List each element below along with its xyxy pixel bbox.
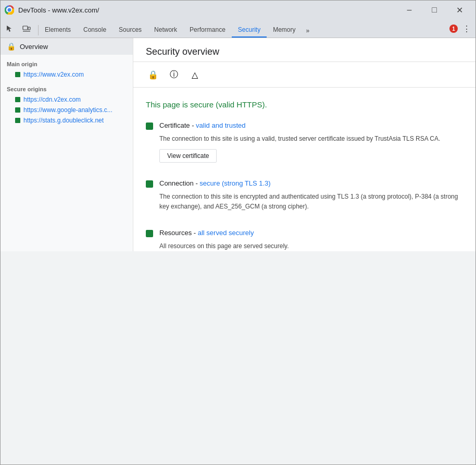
secure-origin-2: https://www.google-analytics.c... xyxy=(23,106,112,114)
certificate-section: Certificate - valid and trusted The conn… xyxy=(146,121,463,163)
tab-overflow[interactable]: » xyxy=(302,24,314,38)
tool-buttons xyxy=(3,22,34,38)
error-badge-button[interactable]: 1 xyxy=(449,25,458,33)
lock-icon: 🔒 xyxy=(7,42,16,51)
info-filter-button[interactable]: ⓘ xyxy=(167,67,181,82)
warning-filter-button[interactable]: △ xyxy=(187,67,202,82)
resources-title: Resources - all served securely xyxy=(159,229,254,237)
sidebar-item-cdn[interactable]: https://cdn.v2ex.com xyxy=(1,94,133,105)
resources-icon xyxy=(146,230,153,237)
origin-dot-analytics xyxy=(15,107,20,113)
resources-status[interactable]: all served securely xyxy=(198,229,254,237)
sidebar: 🔒 Overview Main origin https://www.v2ex.… xyxy=(1,38,133,251)
origin-dot xyxy=(15,72,20,77)
tab-console[interactable]: Console xyxy=(77,23,112,38)
origin-dot-cdn xyxy=(15,97,20,102)
chrome-logo xyxy=(5,5,14,15)
connection-label: Connection xyxy=(159,179,194,187)
resources-header: Resources - all served securely xyxy=(146,229,463,237)
sidebar-item-doubleclick[interactable]: https://stats.g.doubleclick.net xyxy=(1,115,133,126)
inspect-button[interactable] xyxy=(3,22,17,35)
lock-filter-button[interactable]: 🔒 xyxy=(146,67,160,82)
svg-rect-3 xyxy=(23,26,28,30)
maximize-button[interactable]: □ xyxy=(422,2,446,18)
resources-description: All resources on this page are served se… xyxy=(159,241,463,251)
device-toggle-button[interactable] xyxy=(19,22,34,35)
certificate-label: Certificate xyxy=(159,121,190,129)
certificate-status[interactable]: valid and trusted xyxy=(196,121,245,129)
secure-origin-1: https://cdn.v2ex.com xyxy=(23,96,81,103)
certificate-body: The connection to this site is using a v… xyxy=(159,134,463,163)
connection-section: Connection - secure (strong TLS 1.3) The… xyxy=(146,179,463,212)
tabs-container: Elements Console Sources Network Perform… xyxy=(39,23,314,38)
sidebar-item-analytics[interactable]: https://www.google-analytics.c... xyxy=(1,105,133,115)
tab-elements[interactable]: Elements xyxy=(39,23,77,38)
error-dot: 1 xyxy=(449,25,458,33)
tab-network[interactable]: Network xyxy=(148,23,183,38)
connection-body: The connection to this site is encrypted… xyxy=(159,192,463,212)
svg-rect-4 xyxy=(28,27,30,30)
sidebar-overview-label: Overview xyxy=(20,43,48,51)
window-title: DevTools - www.v2ex.com/ xyxy=(18,6,393,14)
connection-status[interactable]: secure (strong TLS 1.3) xyxy=(199,179,270,187)
tabbar: Elements Console Sources Network Perform… xyxy=(1,19,475,38)
main-origin-url: https://www.v2ex.com xyxy=(23,71,84,78)
certificate-title: Certificate - valid and trusted xyxy=(159,121,246,129)
error-count: 1 xyxy=(452,26,455,32)
resources-body: All resources on this page are served se… xyxy=(159,241,463,251)
connection-title: Connection - secure (strong TLS 1.3) xyxy=(159,179,271,187)
close-button[interactable]: ✕ xyxy=(447,2,471,18)
tab-performance[interactable]: Performance xyxy=(183,23,232,38)
certificate-header: Certificate - valid and trusted xyxy=(146,121,463,130)
main-origin-title: Main origin xyxy=(1,55,133,69)
devtools-window: DevTools - www.v2ex.com/ – □ ✕ Elements … xyxy=(0,0,476,465)
origin-dot-doubleclick xyxy=(15,118,20,123)
connection-header: Connection - secure (strong TLS 1.3) xyxy=(146,179,463,188)
tab-security[interactable]: Security xyxy=(232,23,267,38)
content-area: This page is secure (valid HTTPS). Certi… xyxy=(133,88,475,251)
tab-right-area: 1 ⋮ xyxy=(449,22,473,38)
resources-section: Resources - all served securely All reso… xyxy=(146,229,463,251)
titlebar: DevTools - www.v2ex.com/ – □ ✕ xyxy=(1,1,475,19)
connection-description: The connection to this site is encrypted… xyxy=(159,192,463,212)
secure-heading: This page is secure (valid HTTPS). xyxy=(146,100,463,109)
tab-memory[interactable]: Memory xyxy=(267,23,302,38)
gray-area xyxy=(1,251,475,464)
certificate-dash: - xyxy=(192,121,196,129)
sidebar-main-origin[interactable]: https://www.v2ex.com xyxy=(1,69,133,80)
icon-row: 🔒 ⓘ △ xyxy=(133,62,475,88)
resources-dash: - xyxy=(194,229,198,237)
sidebar-overview[interactable]: 🔒 Overview xyxy=(1,38,133,55)
resources-label: Resources xyxy=(159,229,192,237)
device-icon xyxy=(22,25,31,33)
view-certificate-button[interactable]: View certificate xyxy=(159,149,217,163)
devtools-body: 🔒 Overview Main origin https://www.v2ex.… xyxy=(1,38,475,251)
window-controls: – □ ✕ xyxy=(397,2,471,18)
main-content: Security overview 🔒 ⓘ △ This page is sec… xyxy=(133,38,475,251)
certificate-description: The connection to this site is using a v… xyxy=(159,134,463,144)
svg-point-2 xyxy=(8,8,11,12)
connection-icon xyxy=(146,180,153,188)
minimize-button[interactable]: – xyxy=(397,2,421,18)
tab-sources[interactable]: Sources xyxy=(112,23,148,38)
devtools-menu-button[interactable]: ⋮ xyxy=(460,22,473,35)
secure-origins-title: Secure origins xyxy=(1,80,133,94)
cursor-icon xyxy=(6,25,14,33)
secure-origin-3: https://stats.g.doubleclick.net xyxy=(23,117,104,124)
certificate-icon xyxy=(146,123,153,130)
page-title: Security overview xyxy=(146,46,463,57)
main-header: Security overview xyxy=(133,38,475,62)
